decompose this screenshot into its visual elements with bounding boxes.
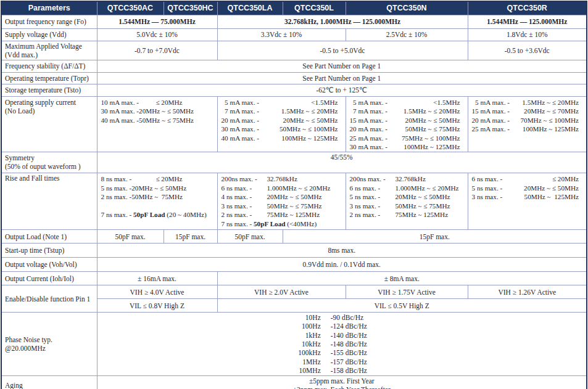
value-cell: -0.5 to +5.0Vdc xyxy=(217,41,468,60)
value-cell: 5 mA max. -<1.5MHz 7 mA max. -1.5MHz ~ ≤… xyxy=(217,96,346,152)
spec-line: 3 ns max. -50MHz ~ ≤ 75MHz xyxy=(222,202,338,211)
col-header-qtcc350ac: QTCC350AC xyxy=(97,1,164,15)
phase-noise-point: 1MHz-157 dBc/Hz xyxy=(289,358,395,366)
row-rise-and-fall-times: Rise and Fall times 8 ns max. -≤ 20MHz 5… xyxy=(1,173,587,230)
spec-line: 15 mA max. -20MHz ~ ≤ 50MHz xyxy=(350,116,460,125)
spec-line: 5 ns max. -20MHz ~ ≤ 50MHz xyxy=(472,184,579,193)
spec-line: 3 ns max. -50MHz ~ ≤ 75MHz xyxy=(350,202,460,211)
value-cell: 2.5Vdc ± 10% xyxy=(346,28,468,41)
header-row: Parameters QTCC350AC QTCC350HC QTCC350LA… xyxy=(1,1,587,15)
value-cell: 50pF max. xyxy=(97,230,164,244)
spec-line: 10 mA max. -≤ 20MHz xyxy=(101,98,213,107)
param-label: Phase Noise typ. @20.000MHz xyxy=(1,313,97,376)
row-maximum-applied-voltage: Maximum Applied Voltage (Vdd max.) -0.7 … xyxy=(1,41,587,60)
row-operating-supply-current: Operating supply current (No Load) 10 mA… xyxy=(1,96,587,152)
value-cell: 8 ns max. -≤ 20MHz 5 ns max. -20MHz ~ ≤ … xyxy=(97,173,217,230)
value-cell: ± 16mA max. xyxy=(97,272,217,285)
aging-line: ±5ppm max. First Year xyxy=(101,377,584,385)
param-label: Rise and Fall times xyxy=(1,173,97,230)
spec-line: 2 ns max. -75MHz ~ 125MHz xyxy=(350,210,460,219)
spec-line: 6 ns max. -1.000MHz ~ ≤ 20MHz xyxy=(222,184,338,193)
spec-line: 200ns max. -32.768kHz xyxy=(222,174,338,184)
row-output-frequency-range: Output frequency range (Fo) 1.544MHz — 7… xyxy=(1,15,587,28)
value-cell: 200ns max. -32.768kHz 6 ns max. -1.000MH… xyxy=(346,173,468,230)
phase-noise-point: 100Hz-124 dBc/Hz xyxy=(289,322,395,330)
param-label-line: (50% of ouput waveform ) xyxy=(5,162,94,171)
value-cell: 1.544MHz — 125.000MHz xyxy=(468,15,587,28)
spec-line: 2 ns max. -75MHz ~ 125MHz xyxy=(222,210,338,219)
row-startup-time: Start-up time (Tstup) 8ms max. xyxy=(1,244,587,258)
spec-line: 30 mA max. -100MHz ~ 125MHz xyxy=(350,142,460,152)
spec-line: 8 ns max. -≤ 20MHz xyxy=(101,174,213,184)
param-label: Frequency stability (ΔF/ΔT) xyxy=(1,60,97,72)
col-header-qtcc350hc: QTCC350HC xyxy=(164,1,217,15)
value-cell: ± 8mA max. xyxy=(217,272,587,285)
spec-line: 5 mA max. -<1.5MHz xyxy=(222,98,338,107)
param-label-line: Operating supply current xyxy=(5,98,94,107)
value-cell: 50pF max. xyxy=(217,230,283,244)
spec-line: 40 mA max. -50MHz ~ ≤ 75MHz xyxy=(101,116,213,125)
value-cell: 10 mA max. -≤ 20MHz 30 mA max. -20MHz ~ … xyxy=(97,96,217,152)
value-cell: VIH ≥ 1.75V Active xyxy=(346,285,468,299)
param-label: Maximum Applied Voltage (Vdd max.) xyxy=(1,41,97,60)
value-cell: -62℃ to + 125℃ xyxy=(97,84,587,96)
row-output-load: Output Load (Note 1) 50pF max. 15pF max.… xyxy=(1,230,587,244)
spec-line: 25 mA max. -100MHz ~ 125MHz xyxy=(472,125,579,134)
col-header-qtcc350r: QTCC350R xyxy=(468,1,587,15)
value-cell: 5 mA max. -1.5MHz ~ ≤ 20MHz 15 mA max. -… xyxy=(468,96,587,152)
param-label-line: Maximum Applied Voltage xyxy=(5,42,94,51)
value-cell: 15pF max. xyxy=(164,230,217,244)
spec-line: 5 mA max. -<1.5MHz xyxy=(350,98,460,107)
value-cell: 0.9Vdd min. / 0.1Vdd max. xyxy=(97,258,587,272)
param-label: Aging xyxy=(1,376,97,389)
value-cell: 32.768kHz, 1.000MHz — 125.000MHz xyxy=(217,15,468,28)
row-enable-disable-vih: Enable/Disable function Pin 1 VIH ≥ 4.0V… xyxy=(1,285,587,299)
row-output-current: Output Current (Ioh/Iol) ± 16mA max. ± 8… xyxy=(1,272,587,285)
row-output-voltage: Output voltage (Voh/Vol) 0.9Vdd min. / 0… xyxy=(1,258,587,272)
spec-line: 4 ns max. -20MHz ~ ≤ 50MHz xyxy=(222,192,338,202)
page: Parameters QTCC350AC QTCC350HC QTCC350LA… xyxy=(0,0,588,389)
phase-noise-point: 10Hz-90 dBc/Hz xyxy=(289,313,395,322)
phase-noise-point: 10kHz-148 dBc/Hz xyxy=(289,340,395,348)
phase-noise-list: 10Hz-90 dBc/Hz 100Hz-124 dBc/Hz 1kHz-140… xyxy=(289,313,395,375)
row-aging: Aging ±5ppm max. First Year ±2ppm max. E… xyxy=(1,376,587,389)
param-label: Operating temperature (Topr) xyxy=(1,72,97,84)
value-cell: -0.7 to +7.0Vdc xyxy=(97,41,217,60)
row-supply-voltage: Supply voltage (Vdd) 5.0Vdc ± 10% 3.3Vdc… xyxy=(1,28,587,41)
spec-line: 30 mA max. -50MHz ~ ≤ 100MHz xyxy=(222,125,338,134)
spec-line: 5 ns max. -20MHz ~ ≤ 50MHz xyxy=(101,184,213,193)
param-label: Start-up time (Tstup) xyxy=(1,244,97,258)
value-cell: 10Hz-90 dBc/Hz 100Hz-124 dBc/Hz 1kHz-140… xyxy=(97,313,587,376)
value-cell: VIH ≥ 1.26V Active xyxy=(468,285,587,299)
row-storage-temperature: Storage temperature (Tsto) -62℃ to + 125… xyxy=(1,84,587,96)
param-label-line: (No Load) xyxy=(5,107,94,115)
value-cell: VIL ≤ 0.8V High Z xyxy=(97,299,217,313)
param-label: Storage temperature (Tsto) xyxy=(1,84,97,96)
spec-line: 5 mA max. -1.5MHz ~ ≤ 20MHz xyxy=(472,98,579,107)
spec-line-load: 7 ns max. - 50pF Load (<40MHz) xyxy=(222,219,338,229)
row-phase-noise: Phase Noise typ. @20.000MHz 10Hz-90 dBc/… xyxy=(1,313,587,376)
spacer-line xyxy=(101,202,213,211)
spec-line: 7 mA max. -1.5MHz ~ ≤ 20MHz xyxy=(222,107,338,116)
value-cell: -0.5 to +3.6Vdc xyxy=(468,41,587,60)
spec-line: 30 mA max. -20MHz ~ ≤ 50MHz xyxy=(101,107,213,116)
value-cell: 5.0Vdc ± 10% xyxy=(97,28,217,41)
param-label-line: Phase Noise typ. xyxy=(5,335,94,344)
spec-line: 2 ns max. -50MHz ~ 75MHz xyxy=(101,192,213,202)
param-label: Supply voltage (Vdd) xyxy=(1,28,97,41)
spec-line: 7 mA max. -1.5MHz ~ ≤ 20MHz xyxy=(350,107,460,116)
value-cell: 3.3Vdc ± 10% xyxy=(217,28,346,41)
spec-line: 200ns max. -32.768kHz xyxy=(350,174,460,184)
param-label: Output voltage (Voh/Vol) xyxy=(1,258,97,272)
row-operating-temperature: Operating temperature (Topr) See Part Nu… xyxy=(1,72,587,84)
spec-line: 6 ns max. -≤ 20MHz xyxy=(472,174,579,184)
spec-line: 3 ns max. -50MHz ~ 125MHz xyxy=(472,192,579,202)
spec-table: Parameters QTCC350AC QTCC350HC QTCC350LA… xyxy=(1,1,587,389)
param-label: Enable/Disable function Pin 1 xyxy=(1,285,97,313)
spec-line: 40 mA max. -100MHz ~ 125MHz xyxy=(222,134,338,143)
value-cell: ±5ppm max. First Year ±2ppm max. Each Ye… xyxy=(97,376,587,389)
row-frequency-stability: Frequency stability (ΔF/ΔT) See Part Num… xyxy=(1,60,587,72)
param-label: Output Load (Note 1) xyxy=(1,230,97,244)
col-header-qtcc350la: QTCC350LA xyxy=(217,1,283,15)
value-cell: VIH ≥ 4.0V Active xyxy=(97,285,217,299)
